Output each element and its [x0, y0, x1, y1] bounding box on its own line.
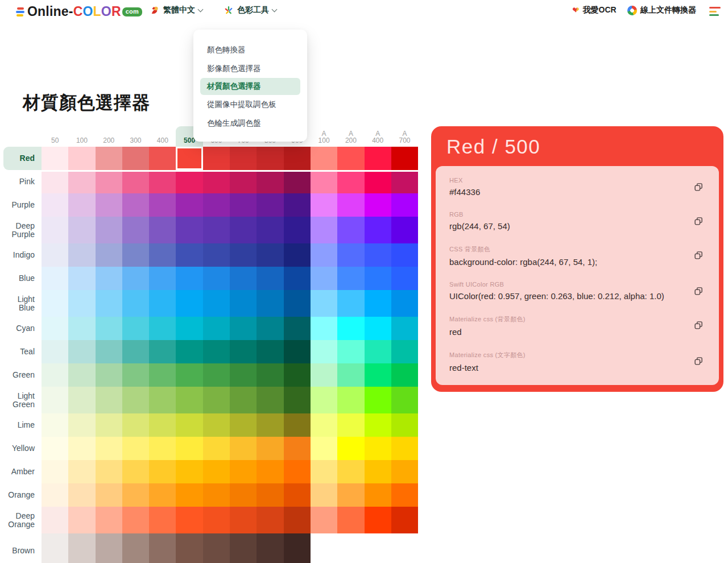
- color-cell[interactable]: [176, 147, 202, 170]
- color-cell[interactable]: [96, 533, 122, 563]
- color-cell[interactable]: [230, 460, 257, 483]
- color-cell[interactable]: [391, 437, 418, 460]
- color-cell[interactable]: [149, 507, 176, 533]
- color-cell[interactable]: [337, 507, 364, 533]
- color-cell[interactable]: [176, 217, 202, 243]
- color-cell[interactable]: [311, 147, 337, 170]
- color-cell[interactable]: [122, 317, 149, 340]
- color-cell[interactable]: [230, 217, 257, 243]
- color-cell[interactable]: [230, 340, 257, 363]
- color-cell[interactable]: [203, 533, 230, 563]
- file-converter-link[interactable]: 線上文件轉換器: [627, 5, 696, 15]
- color-cell[interactable]: [337, 317, 364, 340]
- color-cell[interactable]: [257, 387, 283, 413]
- color-cell[interactable]: [284, 147, 311, 170]
- color-cell[interactable]: [176, 363, 202, 387]
- color-cell[interactable]: [365, 483, 391, 507]
- color-cell[interactable]: [96, 170, 122, 193]
- color-cell[interactable]: [149, 483, 176, 507]
- color-cell[interactable]: [257, 413, 283, 437]
- color-cell[interactable]: [68, 243, 95, 267]
- color-cell[interactable]: [230, 267, 257, 290]
- color-cell[interactable]: [365, 460, 391, 483]
- color-cell[interactable]: [42, 317, 68, 340]
- color-cell[interactable]: [68, 533, 95, 563]
- color-cell[interactable]: [122, 170, 149, 193]
- color-cell[interactable]: [42, 413, 68, 437]
- color-cell[interactable]: [203, 437, 230, 460]
- color-cell[interactable]: [96, 483, 122, 507]
- color-cell[interactable]: [337, 290, 364, 317]
- color-cell[interactable]: [68, 193, 95, 217]
- color-cell[interactable]: [311, 170, 337, 193]
- color-cell[interactable]: [230, 290, 257, 317]
- color-cell[interactable]: [257, 243, 283, 267]
- color-cell[interactable]: [122, 363, 149, 387]
- color-cell[interactable]: [176, 507, 202, 533]
- color-cell[interactable]: [203, 170, 230, 193]
- color-cell[interactable]: [257, 317, 283, 340]
- color-cell[interactable]: [337, 363, 364, 387]
- color-cell[interactable]: [257, 290, 283, 317]
- color-cell[interactable]: [230, 507, 257, 533]
- color-cell[interactable]: [284, 483, 311, 507]
- color-cell[interactable]: [203, 317, 230, 340]
- color-cell[interactable]: [337, 437, 364, 460]
- color-cell[interactable]: [68, 507, 95, 533]
- color-cell[interactable]: [365, 437, 391, 460]
- color-cell[interactable]: [149, 147, 176, 170]
- menu-item-4[interactable]: 色輪生成調色盤: [193, 114, 307, 133]
- color-cell[interactable]: [176, 387, 202, 413]
- color-cell[interactable]: [149, 340, 176, 363]
- color-cell[interactable]: [122, 483, 149, 507]
- color-cell[interactable]: [230, 363, 257, 387]
- color-cell[interactable]: [391, 387, 418, 413]
- color-cell[interactable]: [122, 413, 149, 437]
- color-cell[interactable]: [391, 483, 418, 507]
- color-cell[interactable]: [42, 170, 68, 193]
- color-cell[interactable]: [68, 363, 95, 387]
- menu-item-1[interactable]: 影像顏色選擇器: [193, 59, 307, 78]
- color-cell[interactable]: [257, 437, 283, 460]
- color-cell[interactable]: [257, 217, 283, 243]
- color-cell[interactable]: [230, 413, 257, 437]
- color-cell[interactable]: [391, 217, 418, 243]
- color-cell[interactable]: [365, 193, 391, 217]
- color-cell[interactable]: [337, 170, 364, 193]
- color-cell[interactable]: [311, 437, 337, 460]
- color-cell[interactable]: [365, 267, 391, 290]
- color-cell[interactable]: [284, 507, 311, 533]
- color-cell[interactable]: [176, 267, 202, 290]
- color-cell[interactable]: [257, 170, 283, 193]
- color-cell[interactable]: [96, 193, 122, 217]
- color-cell[interactable]: [284, 170, 311, 193]
- color-cell[interactable]: [230, 387, 257, 413]
- color-cell[interactable]: [391, 193, 418, 217]
- ocr-link[interactable]: ❤ 我愛OCR: [572, 5, 617, 15]
- color-cell[interactable]: [284, 317, 311, 340]
- color-cell[interactable]: [284, 217, 311, 243]
- color-cell[interactable]: [176, 413, 202, 437]
- color-cell[interactable]: [149, 387, 176, 413]
- color-cell[interactable]: [337, 267, 364, 290]
- color-cell[interactable]: [311, 243, 337, 267]
- menu-item-0[interactable]: 顏色轉換器: [193, 40, 307, 59]
- color-cell[interactable]: [311, 217, 337, 243]
- color-cell[interactable]: [203, 507, 230, 533]
- color-cell[interactable]: [176, 243, 202, 267]
- color-cell[interactable]: [230, 437, 257, 460]
- color-cell[interactable]: [257, 460, 283, 483]
- color-cell[interactable]: [42, 483, 68, 507]
- color-cell[interactable]: [337, 193, 364, 217]
- color-cell[interactable]: [337, 217, 364, 243]
- color-cell[interactable]: [203, 340, 230, 363]
- color-cell[interactable]: [311, 363, 337, 387]
- color-cell[interactable]: [96, 413, 122, 437]
- color-cell[interactable]: [96, 267, 122, 290]
- color-cell[interactable]: [42, 217, 68, 243]
- color-cell[interactable]: [311, 483, 337, 507]
- color-cell[interactable]: [176, 533, 202, 563]
- color-cell[interactable]: [176, 290, 202, 317]
- color-cell[interactable]: [284, 267, 311, 290]
- color-cell[interactable]: [203, 147, 230, 170]
